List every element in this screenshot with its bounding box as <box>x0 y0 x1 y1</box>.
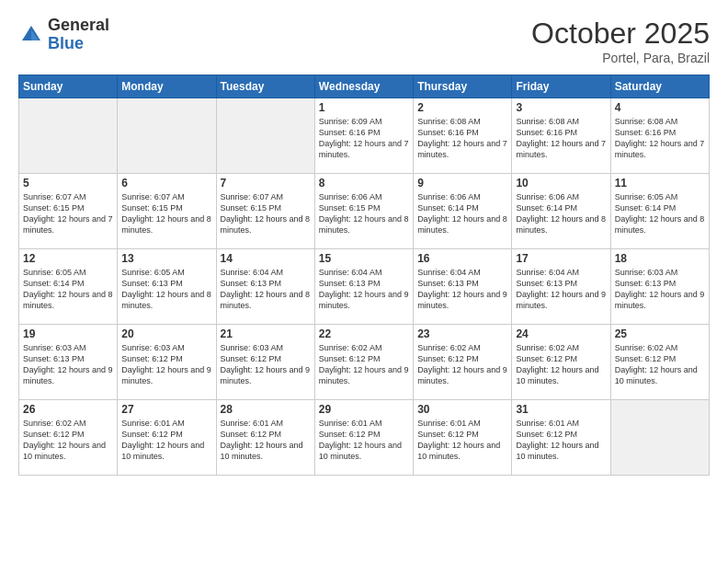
day-number: 10 <box>516 177 606 190</box>
day-number: 25 <box>615 327 705 340</box>
calendar-cell: 26Sunrise: 6:02 AM Sunset: 6:12 PM Dayli… <box>19 400 118 476</box>
day-info: Sunrise: 6:02 AM Sunset: 6:12 PM Dayligh… <box>615 342 705 387</box>
calendar-cell: 25Sunrise: 6:02 AM Sunset: 6:12 PM Dayli… <box>610 325 709 400</box>
day-info: Sunrise: 6:04 AM Sunset: 6:13 PM Dayligh… <box>516 267 606 312</box>
calendar-cell: 17Sunrise: 6:04 AM Sunset: 6:13 PM Dayli… <box>512 249 610 325</box>
day-info: Sunrise: 6:06 AM Sunset: 6:14 PM Dayligh… <box>516 191 606 236</box>
day-info: Sunrise: 6:03 AM Sunset: 6:13 PM Dayligh… <box>23 342 113 387</box>
calendar-cell: 13Sunrise: 6:05 AM Sunset: 6:13 PM Dayli… <box>118 249 216 325</box>
calendar-header-row: SundayMondayTuesdayWednesdayThursdayFrid… <box>19 75 710 98</box>
calendar-cell: 7Sunrise: 6:07 AM Sunset: 6:15 PM Daylig… <box>216 174 314 249</box>
day-number: 18 <box>615 252 705 265</box>
day-number: 23 <box>417 327 507 340</box>
day-number: 31 <box>516 403 606 416</box>
calendar-cell: 28Sunrise: 6:01 AM Sunset: 6:12 PM Dayli… <box>216 400 314 476</box>
month-title: October 2025 <box>531 17 710 51</box>
calendar-cell: 12Sunrise: 6:05 AM Sunset: 6:14 PM Dayli… <box>19 249 118 325</box>
calendar-cell <box>19 98 118 174</box>
calendar: SundayMondayTuesdayWednesdayThursdayFrid… <box>18 75 710 476</box>
day-number: 22 <box>319 327 409 340</box>
calendar-cell: 15Sunrise: 6:04 AM Sunset: 6:13 PM Dayli… <box>314 249 413 325</box>
day-info: Sunrise: 6:06 AM Sunset: 6:15 PM Dayligh… <box>319 191 409 236</box>
calendar-header-friday: Friday <box>512 75 610 98</box>
day-number: 13 <box>121 252 211 265</box>
calendar-cell: 11Sunrise: 6:05 AM Sunset: 6:14 PM Dayli… <box>610 174 709 249</box>
day-number: 7 <box>221 177 311 190</box>
logo: General Blue <box>18 17 109 53</box>
calendar-cell: 6Sunrise: 6:07 AM Sunset: 6:15 PM Daylig… <box>118 174 216 249</box>
day-info: Sunrise: 6:01 AM Sunset: 6:12 PM Dayligh… <box>516 418 606 463</box>
day-number: 27 <box>121 403 211 416</box>
day-info: Sunrise: 6:03 AM Sunset: 6:13 PM Dayligh… <box>615 267 705 312</box>
calendar-cell: 31Sunrise: 6:01 AM Sunset: 6:12 PM Dayli… <box>512 400 610 476</box>
calendar-header-tuesday: Tuesday <box>216 75 314 98</box>
day-number: 8 <box>319 177 409 190</box>
day-info: Sunrise: 6:01 AM Sunset: 6:12 PM Dayligh… <box>319 418 409 463</box>
calendar-cell: 16Sunrise: 6:04 AM Sunset: 6:13 PM Dayli… <box>414 249 512 325</box>
calendar-cell: 2Sunrise: 6:08 AM Sunset: 6:16 PM Daylig… <box>414 98 512 174</box>
calendar-header-wednesday: Wednesday <box>314 75 413 98</box>
day-info: Sunrise: 6:01 AM Sunset: 6:12 PM Dayligh… <box>221 418 311 463</box>
logo-blue: Blue <box>48 35 109 53</box>
calendar-cell: 8Sunrise: 6:06 AM Sunset: 6:15 PM Daylig… <box>314 174 413 249</box>
calendar-week-2: 12Sunrise: 6:05 AM Sunset: 6:14 PM Dayli… <box>19 249 710 325</box>
calendar-cell <box>610 400 709 476</box>
calendar-cell: 22Sunrise: 6:02 AM Sunset: 6:12 PM Dayli… <box>314 325 413 400</box>
day-info: Sunrise: 6:05 AM Sunset: 6:13 PM Dayligh… <box>121 267 211 312</box>
calendar-week-0: 1Sunrise: 6:09 AM Sunset: 6:16 PM Daylig… <box>19 98 710 174</box>
title-block: October 2025 Portel, Para, Brazil <box>531 17 710 65</box>
calendar-cell: 27Sunrise: 6:01 AM Sunset: 6:12 PM Dayli… <box>118 400 216 476</box>
day-number: 24 <box>516 327 606 340</box>
day-number: 26 <box>23 403 113 416</box>
calendar-week-4: 26Sunrise: 6:02 AM Sunset: 6:12 PM Dayli… <box>19 400 710 476</box>
day-info: Sunrise: 6:06 AM Sunset: 6:14 PM Dayligh… <box>417 191 507 236</box>
day-info: Sunrise: 6:07 AM Sunset: 6:15 PM Dayligh… <box>23 191 113 236</box>
day-number: 15 <box>319 252 409 265</box>
calendar-cell <box>118 98 216 174</box>
day-number: 17 <box>516 252 606 265</box>
calendar-cell: 29Sunrise: 6:01 AM Sunset: 6:12 PM Dayli… <box>314 400 413 476</box>
day-number: 5 <box>23 177 113 190</box>
calendar-header-saturday: Saturday <box>610 75 709 98</box>
day-info: Sunrise: 6:05 AM Sunset: 6:14 PM Dayligh… <box>23 267 113 312</box>
day-info: Sunrise: 6:02 AM Sunset: 6:12 PM Dayligh… <box>417 342 507 387</box>
day-number: 19 <box>23 327 113 340</box>
day-info: Sunrise: 6:03 AM Sunset: 6:12 PM Dayligh… <box>121 342 211 387</box>
calendar-cell: 21Sunrise: 6:03 AM Sunset: 6:12 PM Dayli… <box>216 325 314 400</box>
day-info: Sunrise: 6:03 AM Sunset: 6:12 PM Dayligh… <box>221 342 311 387</box>
calendar-cell: 1Sunrise: 6:09 AM Sunset: 6:16 PM Daylig… <box>314 98 413 174</box>
calendar-header-monday: Monday <box>118 75 216 98</box>
header: General Blue October 2025 Portel, Para, … <box>18 17 710 65</box>
day-number: 11 <box>615 177 705 190</box>
calendar-cell: 23Sunrise: 6:02 AM Sunset: 6:12 PM Dayli… <box>414 325 512 400</box>
subtitle: Portel, Para, Brazil <box>531 51 710 65</box>
day-number: 20 <box>121 327 211 340</box>
day-number: 1 <box>319 101 409 114</box>
day-number: 4 <box>615 101 705 114</box>
day-info: Sunrise: 6:08 AM Sunset: 6:16 PM Dayligh… <box>615 116 705 161</box>
day-info: Sunrise: 6:05 AM Sunset: 6:14 PM Dayligh… <box>615 191 705 236</box>
calendar-cell: 30Sunrise: 6:01 AM Sunset: 6:12 PM Dayli… <box>414 400 512 476</box>
logo-text: General Blue <box>48 17 109 53</box>
calendar-header-thursday: Thursday <box>414 75 512 98</box>
day-number: 6 <box>121 177 211 190</box>
day-info: Sunrise: 6:07 AM Sunset: 6:15 PM Dayligh… <box>121 191 211 236</box>
day-info: Sunrise: 6:01 AM Sunset: 6:12 PM Dayligh… <box>417 418 507 463</box>
logo-general: General <box>48 17 109 35</box>
day-info: Sunrise: 6:02 AM Sunset: 6:12 PM Dayligh… <box>319 342 409 387</box>
day-info: Sunrise: 6:02 AM Sunset: 6:12 PM Dayligh… <box>516 342 606 387</box>
calendar-week-1: 5Sunrise: 6:07 AM Sunset: 6:15 PM Daylig… <box>19 174 710 249</box>
calendar-cell: 3Sunrise: 6:08 AM Sunset: 6:16 PM Daylig… <box>512 98 610 174</box>
calendar-cell: 9Sunrise: 6:06 AM Sunset: 6:14 PM Daylig… <box>414 174 512 249</box>
calendar-cell: 19Sunrise: 6:03 AM Sunset: 6:13 PM Dayli… <box>19 325 118 400</box>
day-number: 14 <box>221 252 311 265</box>
calendar-cell: 24Sunrise: 6:02 AM Sunset: 6:12 PM Dayli… <box>512 325 610 400</box>
calendar-cell: 14Sunrise: 6:04 AM Sunset: 6:13 PM Dayli… <box>216 249 314 325</box>
calendar-header-sunday: Sunday <box>19 75 118 98</box>
logo-icon <box>18 22 44 48</box>
day-number: 12 <box>23 252 113 265</box>
day-info: Sunrise: 6:02 AM Sunset: 6:12 PM Dayligh… <box>23 418 113 463</box>
day-number: 21 <box>221 327 311 340</box>
day-info: Sunrise: 6:08 AM Sunset: 6:16 PM Dayligh… <box>516 116 606 161</box>
day-number: 29 <box>319 403 409 416</box>
